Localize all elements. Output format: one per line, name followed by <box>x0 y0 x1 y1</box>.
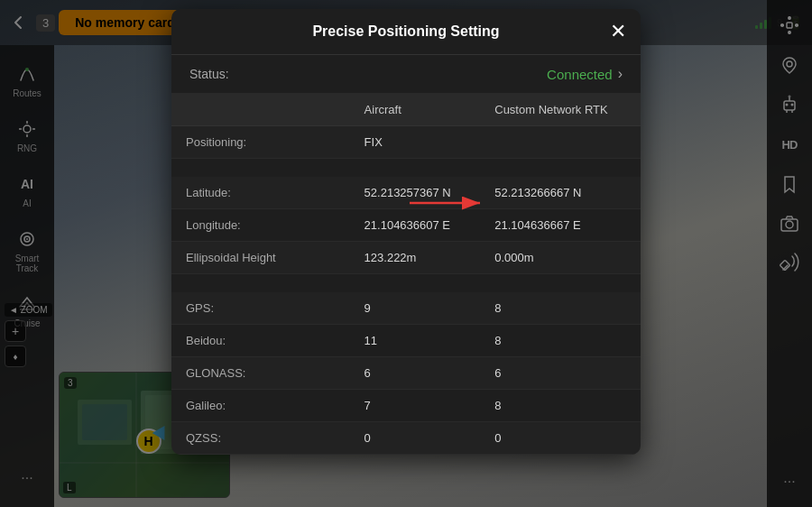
table-row: Positioning: FIX <box>171 126 641 159</box>
row-label-cell: Longitude: <box>171 209 350 242</box>
table-row: Beidou: 11 8 <box>171 325 641 357</box>
row-rtk-cell: 8 <box>480 292 641 325</box>
row-aircraft-cell: 123.222m <box>350 242 481 274</box>
table-row: GPS: 9 8 <box>171 292 641 325</box>
row-label-cell: QZSS: <box>171 422 350 455</box>
col-aircraft-header: Aircraft <box>350 94 481 126</box>
row-label-cell: Latitude: <box>171 177 350 209</box>
modal-header: Precise Positioning Setting ✕ <box>171 9 641 55</box>
row-rtk-cell: 21.104636667 E <box>480 209 641 242</box>
status-arrow-icon: › <box>618 66 623 82</box>
row-label-cell: Ellipsoidal Height <box>171 242 350 274</box>
col-label-header <box>171 94 350 126</box>
status-row[interactable]: Status: Connected › <box>171 55 641 94</box>
status-value: Connected <box>547 67 613 82</box>
col-rtk-header: Custom Network RTK <box>480 94 641 126</box>
positioning-table: Aircraft Custom Network RTK Positioning:… <box>171 94 641 455</box>
status-value-container[interactable]: Connected › <box>547 66 623 82</box>
status-label: Status: <box>189 67 229 81</box>
row-aircraft-cell: FIX <box>350 126 481 159</box>
table-header-row: Aircraft Custom Network RTK <box>171 94 641 126</box>
row-rtk-cell: 6 <box>480 357 641 390</box>
table-row: Longitude: 21.104636607 E 21.104636667 E <box>171 209 641 242</box>
row-label-cell: Galileo: <box>171 390 350 422</box>
table-row: GLONASS: 6 6 <box>171 357 641 390</box>
table-row: Latitude: 52.213257367 N 52.213266667 N <box>171 177 641 209</box>
table-spacer-row <box>171 274 641 293</box>
modal-title: Precise Positioning Setting <box>312 23 499 40</box>
row-aircraft-cell: 7 <box>350 390 481 422</box>
row-label-cell: GPS: <box>171 292 350 325</box>
table-row: Ellipsoidal Height 123.222m 0.000m <box>171 242 641 274</box>
row-label-cell: Positioning: <box>171 126 350 159</box>
row-rtk-cell: 0 <box>480 422 641 455</box>
row-aircraft-cell: 0 <box>350 422 481 455</box>
row-aircraft-cell: 52.213257367 N <box>350 177 481 209</box>
table-spacer-row <box>171 159 641 178</box>
modal-overlay: Precise Positioning Setting ✕ Status: Co… <box>0 0 812 507</box>
row-rtk-cell <box>480 126 641 159</box>
table-container: Aircraft Custom Network RTK Positioning:… <box>171 94 641 455</box>
row-label-cell: Beidou: <box>171 325 350 357</box>
row-aircraft-cell: 9 <box>350 292 481 325</box>
row-aircraft-cell: 11 <box>350 325 481 357</box>
row-aircraft-cell: 6 <box>350 357 481 390</box>
modal-close-button[interactable]: ✕ <box>610 22 626 41</box>
table-row: Galileo: 7 8 <box>171 390 641 422</box>
row-rtk-cell: 0.000m <box>480 242 641 274</box>
row-label-cell: GLONASS: <box>171 357 350 390</box>
precise-positioning-modal: Precise Positioning Setting ✕ Status: Co… <box>171 9 641 455</box>
row-rtk-cell: 8 <box>480 325 641 357</box>
row-rtk-cell: 52.213266667 N <box>480 177 641 209</box>
table-row: QZSS: 0 0 <box>171 422 641 455</box>
row-rtk-cell: 8 <box>480 390 641 422</box>
row-aircraft-cell: 21.104636607 E <box>350 209 481 242</box>
